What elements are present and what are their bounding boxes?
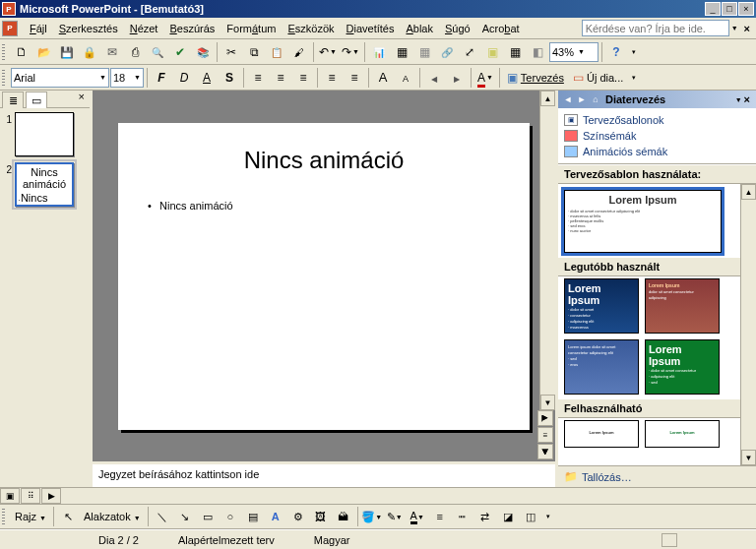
print-button[interactable] [124,41,146,63]
notes-area[interactable]: Jegyzet beírásához kattintson ide [93,461,555,487]
slide-thumbnail[interactable]: Nincs animáció • Nincs animáció [15,162,74,207]
toolbar-grip[interactable] [2,67,8,89]
table-button[interactable] [391,41,412,63]
slides-tab[interactable]: ▭ [26,92,47,108]
line-color-button[interactable]: ✎▼ [384,506,406,527]
fill-color-button[interactable]: 🪣▼ [361,506,383,527]
status-icon[interactable] [662,533,677,547]
numbered-list-button[interactable] [321,67,343,89]
maximize-button[interactable]: □ [722,2,737,16]
close-button[interactable]: × [738,2,754,16]
insert-table-button[interactable] [413,41,435,63]
doc-icon[interactable]: P [2,21,18,36]
align-right-button[interactable] [292,67,314,89]
taskpane-scrollbar[interactable]: ▲ ▼ [740,184,756,465]
font-dropdown[interactable]: Arial ▼ [11,68,109,88]
template-thumb[interactable]: Lorem Ipsum· dolor sit amet· consectetur… [564,278,639,334]
hyperlink-button[interactable] [436,41,458,63]
font-color-button[interactable]: A▼ [407,506,428,527]
help-button[interactable] [605,41,627,63]
diagram-button[interactable]: ⚙ [287,506,309,527]
menu-window[interactable]: Ablak [400,21,439,36]
minimize-button[interactable]: _ [705,2,721,16]
slides-panel-close[interactable]: × [76,91,88,107]
scroll-down-button[interactable]: ▼ [540,395,555,410]
slideshow-view-button[interactable]: ▶ [41,488,61,504]
line-style-button[interactable]: ≡ [429,506,451,527]
template-thumb[interactable]: Lorem Ipsum· dolor sit amet consectetur·… [645,339,720,395]
toolbar-grip[interactable] [2,41,8,63]
template-thumb[interactable]: Lorem Ipsum [645,420,720,448]
grid-button[interactable]: ▦ [504,41,526,63]
menu-tools[interactable]: Eszközök [282,21,340,36]
arrow-button[interactable]: ↘ [174,506,196,527]
browse-link[interactable]: 📁 Tallózás… [558,465,756,487]
slide-thumbnail[interactable] [15,112,74,156]
slide-title[interactable]: Nincs animáció [148,147,500,174]
autoshapes-menu[interactable]: Alakzatok ▼ [80,511,145,522]
editor-canvas[interactable]: Nincs animáció •Nincs animáció ▲ ▼ ⯈ ≡ ⯆ [93,91,555,461]
dash-style-button[interactable]: ┉ [452,506,473,527]
menu-edit[interactable]: Szerkesztés [53,21,124,36]
chart-button[interactable] [368,41,390,63]
doc-close-button[interactable]: × [740,23,754,34]
toolbar-options-button[interactable]: ▾ [628,67,640,89]
help-search-input[interactable] [582,20,729,36]
color-schemes-link[interactable]: Színsémák [564,128,750,144]
taskpane-menu-button[interactable]: ▼ [735,96,742,103]
redo-button[interactable]: ▼ [340,41,361,63]
font-color-button[interactable]: ▼ [474,67,496,89]
toolbar-options-button[interactable]: ▾ [542,506,554,527]
scroll-down-button[interactable]: ▼ [741,450,756,465]
align-center-button[interactable] [270,67,291,89]
slide-page[interactable]: Nincs animáció •Nincs animáció [118,123,530,430]
arrow-style-button[interactable]: ⇄ [474,506,496,527]
expand-button[interactable] [459,41,480,63]
taskpane-home-button[interactable]: ⌂ [590,93,601,105]
slides-list[interactable]: 1 2 Nincs animáció • Nincs animáció [0,108,90,487]
menu-view[interactable]: Nézet [124,21,164,36]
toolbar-grip[interactable] [2,506,8,527]
help-search-dropdown-icon[interactable]: ▼ [729,25,740,31]
format-painter-button[interactable] [288,41,310,63]
line-button[interactable]: ＼ [152,506,173,527]
textbox-button[interactable]: ▤ [242,506,264,527]
menu-slideshow[interactable]: Diavetítés [341,21,401,36]
menu-acrobat[interactable]: Acrobat [476,21,526,36]
spell-button[interactable] [169,41,191,63]
template-thumb[interactable]: Lorem Ipsum [564,420,639,448]
open-button[interactable] [33,41,55,63]
wordart-button[interactable]: A [265,506,286,527]
menu-file[interactable]: Fájl [24,21,53,36]
template-thumb[interactable]: Lorem Ipsumdolor sit amet consecteturadi… [645,278,720,334]
next-slide-button[interactable]: ⯆ [537,444,553,459]
scroll-up-button[interactable]: ▲ [540,91,555,106]
bold-button[interactable] [151,67,172,89]
prev-slide-button[interactable]: ⯈ [537,410,553,426]
design-templates-link[interactable]: ▣Tervezősablonok [564,112,750,128]
template-thumb[interactable]: Lorem ipsum dolor sit ametconsectetur ad… [564,339,639,395]
taskpane-back-button[interactable]: ◄ [562,93,574,105]
undo-button[interactable]: ▼ [317,41,339,63]
scroll-up-button[interactable]: ▲ [741,184,756,200]
new-slide-link[interactable]: Új dia... [569,72,627,84]
grow-font-button[interactable] [372,67,394,89]
design-link[interactable]: Tervezés [503,72,568,84]
font-size-dropdown[interactable]: 18 ▼ [110,68,144,88]
decrease-indent-button[interactable] [423,67,445,89]
menu-help[interactable]: Súgó [439,21,476,36]
slide-body[interactable]: •Nincs animáció [148,196,500,213]
zoom-dropdown[interactable]: 43% ▼ [549,42,598,62]
increase-indent-button[interactable] [446,67,468,89]
template-thumb-current[interactable]: Lorem Ipsum · dolor sit amet consectetur… [564,190,722,253]
shrink-font-button[interactable] [395,67,416,89]
shadow-button[interactable]: ◪ [497,506,519,527]
menu-format[interactable]: Formátum [220,21,282,36]
permission-button[interactable] [79,41,100,63]
cut-button[interactable] [220,41,242,63]
outline-tab[interactable]: ≣ [2,92,24,108]
prev-slide-button-dbl[interactable]: ≡ [537,427,553,443]
new-button[interactable] [11,41,32,63]
oval-button[interactable]: ○ [220,506,241,527]
italic-button[interactable] [173,67,195,89]
